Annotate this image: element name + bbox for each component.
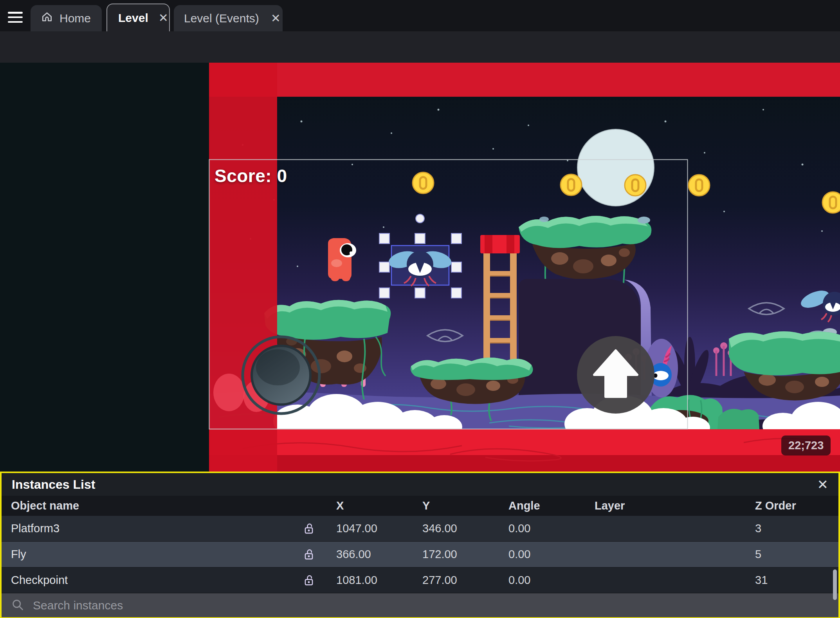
tab-level-events-label: Level (Events): [184, 12, 259, 25]
instances-list-panel: Instances List ✕ Object name X Y Angle L…: [0, 472, 840, 618]
rotate-handle[interactable]: [416, 214, 424, 223]
score-hud-text: Score: 0: [215, 165, 287, 186]
close-icon[interactable]: ✕: [271, 13, 281, 24]
cursor-coordinates-badge: 22;723: [781, 435, 831, 455]
tab-level-label: Level: [118, 11, 148, 25]
panel-title: Instances List: [12, 477, 817, 492]
joystick-control[interactable]: [243, 337, 319, 414]
col-y: Y: [413, 499, 499, 512]
table-row[interactable]: Checkpoint 1081.00 277.00 0.00 31: [2, 567, 838, 593]
table-row-selected[interactable]: Fly 366.00 172.00 0.00 5: [2, 541, 838, 567]
tab-bar: Home Level ✕ Level (Events) ✕: [0, 0, 840, 31]
editor-toolbar: Preview Publish: [0, 31, 840, 63]
col-layer: Layer: [585, 499, 745, 512]
search-input[interactable]: [32, 598, 829, 613]
table-row[interactable]: Platform3 1047.00 346.00 0.00 3: [2, 515, 838, 541]
search-icon: [11, 598, 24, 613]
lock-open-icon[interactable]: [291, 548, 326, 561]
tab-home[interactable]: Home: [31, 5, 102, 31]
fly-instance-selected[interactable]: [387, 246, 453, 286]
scrollbar-thumb[interactable]: [833, 569, 837, 600]
close-icon[interactable]: ✕: [817, 478, 829, 491]
col-object-name: Object name: [2, 499, 326, 512]
tab-level-events[interactable]: Level (Events) ✕: [174, 5, 283, 31]
tab-level[interactable]: Level ✕: [106, 4, 170, 31]
gdevelop-editor-window: Home Level ✕ Level (Events) ✕ Preview: [0, 0, 840, 618]
table-header: Object name X Y Angle Layer Z Order: [2, 496, 838, 515]
col-x: X: [326, 499, 413, 512]
tab-home-label: Home: [59, 12, 91, 25]
home-icon: [41, 11, 53, 26]
lock-open-icon[interactable]: [291, 574, 326, 587]
close-icon[interactable]: ✕: [159, 12, 168, 24]
search-row: [2, 593, 838, 617]
lock-open-icon[interactable]: [291, 522, 326, 535]
menu-hamburger-icon[interactable]: [8, 12, 23, 23]
jump-button[interactable]: [577, 336, 654, 414]
col-z-order: Z Order: [745, 499, 838, 512]
col-angle: Angle: [499, 499, 585, 512]
panel-title-row: Instances List ✕: [2, 473, 838, 496]
moon: [577, 129, 654, 206]
scene-editor-canvas[interactable]: Score: 0 22;723: [0, 63, 840, 472]
scene-art: [0, 63, 840, 472]
